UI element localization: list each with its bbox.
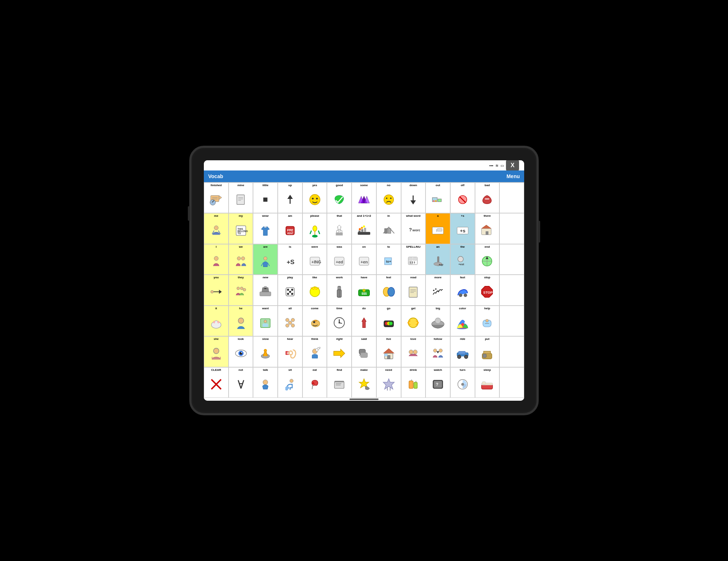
- icon-mine: [230, 187, 252, 212]
- cell-wear[interactable]: wear: [253, 213, 278, 244]
- cell-were[interactable]: were +ING: [302, 244, 327, 275]
- cell-love[interactable]: love: [401, 336, 426, 367]
- cell-follow[interactable]: follow: [426, 336, 450, 367]
- cell-it[interactable]: it: [204, 306, 229, 336]
- cell-sit[interactable]: sit: [278, 367, 302, 398]
- cell-in[interactable]: in: [376, 213, 401, 244]
- cell-we[interactable]: we: [229, 244, 253, 275]
- cell-want[interactable]: want: [253, 306, 278, 336]
- cell-to[interactable]: to to+: [376, 244, 401, 275]
- cell-out[interactable]: out: [426, 183, 450, 213]
- cell-what-word[interactable]: what word ?word: [401, 213, 426, 244]
- cell-they[interactable]: they: [229, 275, 253, 305]
- cell-make[interactable]: make: [352, 367, 376, 398]
- cell-play[interactable]: play: [278, 275, 302, 305]
- cell-good[interactable]: good: [327, 183, 352, 213]
- cell-mine[interactable]: mine: [229, 183, 253, 213]
- icon-good: [328, 187, 351, 212]
- cell-turn[interactable]: turn: [450, 367, 475, 398]
- cell-put[interactable]: put: [475, 336, 500, 367]
- cell-big[interactable]: big: [426, 306, 450, 336]
- cell-i[interactable]: I: [204, 244, 229, 275]
- cell-said[interactable]: said: [352, 336, 376, 367]
- cell-color[interactable]: color: [450, 306, 475, 336]
- cell-and[interactable]: and 1+1=2: [352, 213, 376, 244]
- cell-am[interactable]: am PREVENT: [278, 213, 302, 244]
- svg-rect-47: [336, 232, 343, 235]
- cell-little[interactable]: little: [253, 183, 278, 213]
- cell-yes[interactable]: yes: [302, 183, 327, 213]
- label-ride: ride: [451, 338, 474, 341]
- svg-text:+ING: +ING: [311, 260, 321, 264]
- cell-feel[interactable]: feel: [376, 275, 401, 305]
- cell-a[interactable]: a: [426, 213, 450, 244]
- cell-not[interactable]: not: [229, 367, 253, 398]
- cell-new[interactable]: new: [253, 275, 278, 305]
- cell-the[interactable]: the +est: [450, 244, 475, 275]
- cell-off[interactable]: off: [450, 183, 475, 213]
- cell-on[interactable]: on +en: [352, 244, 376, 275]
- cell-go[interactable]: go: [376, 306, 401, 336]
- cell-drink[interactable]: drink: [401, 367, 426, 398]
- cell-hear[interactable]: hear E: [278, 336, 302, 367]
- cell-stop[interactable]: stop STOP: [475, 275, 500, 305]
- cell-down[interactable]: down: [401, 183, 426, 213]
- label-off: off: [451, 184, 474, 187]
- cell-right[interactable]: right: [327, 336, 352, 367]
- cell-he[interactable]: he: [229, 306, 253, 336]
- cell-please[interactable]: please: [302, 213, 327, 244]
- cell-sleep[interactable]: sleep: [475, 367, 500, 398]
- cell-live[interactable]: live: [376, 336, 401, 367]
- cell-get[interactable]: get: [401, 306, 426, 336]
- cell-fast[interactable]: fast: [450, 275, 475, 305]
- cell-plus-s[interactable]: +s +s: [450, 213, 475, 244]
- cell-find[interactable]: find: [327, 367, 352, 398]
- cell-you[interactable]: you: [204, 275, 229, 305]
- cell-she[interactable]: she: [204, 336, 229, 367]
- cell-slow[interactable]: slow: [253, 336, 278, 367]
- cell-end[interactable]: end: [475, 244, 500, 275]
- icon-sleep: [476, 372, 499, 397]
- svg-point-146: [314, 320, 317, 321]
- cell-was[interactable]: was +ed: [327, 244, 352, 275]
- cell-no[interactable]: no: [376, 183, 401, 213]
- cell-an[interactable]: an +er: [426, 244, 450, 275]
- cell-need[interactable]: need: [376, 367, 401, 398]
- cell-are[interactable]: are: [253, 244, 278, 275]
- cell-all[interactable]: all: [278, 306, 302, 336]
- cell-is[interactable]: is +S: [278, 244, 302, 275]
- cell-spell-nu[interactable]: SPELL/NU 1 2 3: [401, 244, 426, 275]
- cell-read[interactable]: read: [401, 275, 426, 305]
- cell-bad[interactable]: bad: [475, 183, 500, 213]
- menu-button[interactable]: Menu: [506, 173, 520, 179]
- cell-me[interactable]: me: [204, 213, 229, 244]
- cell-up[interactable]: up: [278, 183, 302, 213]
- cell-some[interactable]: some: [352, 183, 376, 213]
- cell-finished[interactable]: finished: [204, 183, 229, 213]
- cell-that[interactable]: that: [327, 213, 352, 244]
- cell-watch[interactable]: watch ?: [426, 367, 450, 398]
- cell-time[interactable]: time: [327, 306, 352, 336]
- cell-eat[interactable]: eat A: [302, 367, 327, 398]
- cell-ride[interactable]: ride: [450, 336, 475, 367]
- label-big: big: [427, 307, 449, 310]
- cell-there[interactable]: there: [475, 213, 500, 244]
- cell-like[interactable]: like: [302, 275, 327, 305]
- cell-come[interactable]: come: [302, 306, 327, 336]
- icon-on: +en: [353, 249, 375, 274]
- cell-my[interactable]: my THISBELONGSTO: [229, 213, 253, 244]
- svg-point-68: [241, 257, 245, 260]
- cell-think[interactable]: think: [302, 336, 327, 367]
- cell-do[interactable]: do: [352, 306, 376, 336]
- svg-line-70: [261, 263, 264, 266]
- cell-have[interactable]: have $$$: [352, 275, 376, 305]
- svg-rect-193: [483, 354, 487, 358]
- cell-more[interactable]: more: [426, 275, 450, 305]
- label-look: look: [230, 338, 252, 341]
- cell-clear[interactable]: CLEAR: [204, 367, 229, 398]
- cell-look[interactable]: look: [229, 336, 253, 367]
- cell-talk[interactable]: talk: [253, 367, 278, 398]
- cell-help[interactable]: help: [475, 306, 500, 336]
- cell-work[interactable]: work: [327, 275, 352, 305]
- label-little: little: [254, 184, 277, 187]
